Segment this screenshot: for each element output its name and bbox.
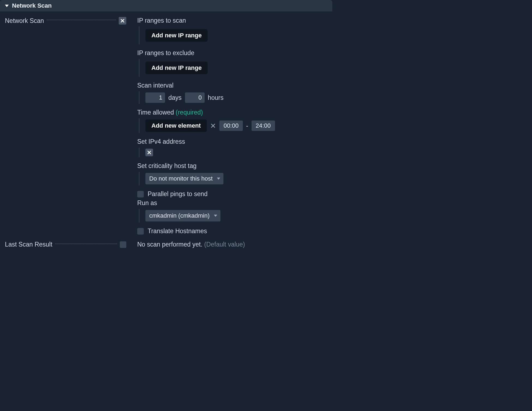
last-scan-result-value: No scan performed yet. (Default value) [137, 241, 245, 248]
network-scan-row: Network Scan [5, 17, 126, 25]
scan-interval-label: Scan interval [137, 82, 327, 89]
time-allowed-text: Time allowed [137, 109, 174, 116]
ip-ranges-exclude-field: IP ranges to exclude Add new IP range [137, 49, 327, 77]
ip-ranges-exclude-label: IP ranges to exclude [137, 49, 327, 57]
network-scan-label: Network Scan [5, 17, 44, 25]
last-scan-result-left: Last Scan Result [5, 241, 126, 248]
add-ip-range-scan-button[interactable]: Add new IP range [145, 29, 208, 42]
time-from-input[interactable] [219, 121, 243, 131]
criticality-indent: Do not monitor this host [139, 172, 327, 185]
set-ipv4-label: Set IPv4 address [137, 138, 327, 145]
scan-interval-field: Scan interval days hours [137, 82, 327, 104]
translate-hostnames-label: Translate Hostnames [148, 227, 207, 235]
dotted-line [55, 244, 117, 244]
ip-ranges-scan-indent: Add new IP range [139, 26, 327, 44]
time-allowed-label: Time allowed (required) [137, 109, 327, 116]
last-scan-result-row: Last Scan Result No scan performed yet. … [0, 239, 332, 252]
section-title: Network Scan [12, 2, 52, 9]
run-as-field: Run as cmkadmin (cmkadmin) [137, 199, 327, 223]
last-scan-result-text: No scan performed yet. [137, 241, 202, 248]
time-dash: - [246, 122, 248, 130]
hours-unit: hours [208, 94, 224, 101]
criticality-label: Set criticality host tag [137, 162, 327, 170]
last-scan-result-label: Last Scan Result [5, 241, 52, 248]
add-time-element-button[interactable]: Add new element [145, 119, 207, 132]
chevron-down-icon [214, 215, 217, 217]
run-as-select[interactable]: cmkadmin (cmkadmin) [145, 210, 220, 221]
time-allowed-field: Time allowed (required) Add new element … [137, 109, 327, 133]
run-as-label: Run as [137, 199, 327, 207]
right-column: IP ranges to scan Add new IP range IP ra… [137, 17, 327, 236]
remove-time-range-button[interactable] [210, 122, 216, 130]
parallel-pings-checkbox[interactable] [137, 191, 144, 197]
time-allowed-indent: Add new element - [139, 118, 327, 133]
form-body: Network Scan IP ranges to scan Add new I… [0, 11, 332, 239]
ip-ranges-scan-label: IP ranges to scan [137, 17, 327, 24]
set-ipv4-field: Set IPv4 address [137, 138, 327, 157]
last-scan-result-checkbox[interactable] [120, 241, 126, 248]
collapse-arrow-icon[interactable] [5, 5, 9, 7]
default-value-text: (Default value) [204, 241, 245, 248]
close-icon [211, 123, 216, 128]
add-ip-range-exclude-button[interactable]: Add new IP range [145, 62, 208, 74]
run-as-selected: cmkadmin (cmkadmin) [149, 212, 210, 219]
scan-interval-days-input[interactable] [145, 92, 165, 103]
run-as-indent: cmkadmin (cmkadmin) [139, 209, 327, 223]
scan-interval-hours-input[interactable] [185, 92, 205, 103]
ip-ranges-scan-field: IP ranges to scan Add new IP range [137, 17, 327, 44]
dotted-line [47, 20, 116, 20]
criticality-selected: Do not monitor this host [149, 175, 213, 182]
chevron-down-icon [217, 178, 220, 180]
network-scan-remove-button[interactable] [119, 17, 126, 25]
scan-interval-indent: days hours [139, 91, 327, 104]
set-ipv4-indent [139, 148, 327, 157]
translate-hostnames-checkbox[interactable] [137, 228, 144, 235]
set-ipv4-remove-button[interactable] [145, 149, 153, 156]
close-icon [121, 19, 124, 23]
ip-ranges-exclude-indent: Add new IP range [139, 59, 327, 77]
required-marker: (required) [176, 109, 203, 116]
section-header[interactable]: Network Scan [0, 0, 332, 11]
time-to-input[interactable] [252, 121, 275, 131]
left-column: Network Scan [5, 17, 126, 236]
criticality-field: Set criticality host tag Do not monitor … [137, 162, 327, 185]
criticality-select[interactable]: Do not monitor this host [145, 173, 223, 184]
parallel-pings-label: Parallel pings to send [148, 190, 208, 198]
parallel-pings-row: Parallel pings to send [137, 190, 327, 198]
close-icon [147, 151, 151, 154]
days-unit: days [168, 94, 182, 101]
translate-hostnames-row: Translate Hostnames [137, 227, 327, 235]
